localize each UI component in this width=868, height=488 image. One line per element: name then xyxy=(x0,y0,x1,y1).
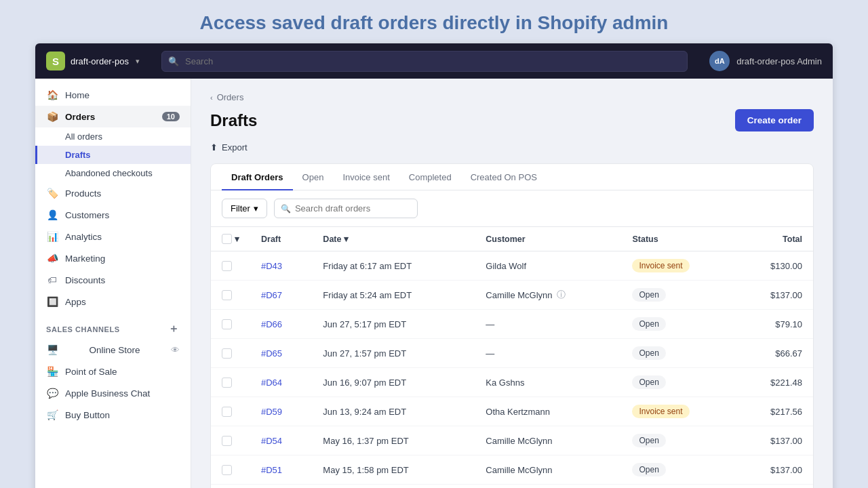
sidebar-label-all-orders: All orders xyxy=(65,131,102,142)
row-customer: Camille McGlynn xyxy=(475,455,621,485)
table-row: #D67 Friday at 5:24 am EDT Camille McGly… xyxy=(211,281,813,310)
sidebar-item-home[interactable]: 🏠 Home xyxy=(35,84,191,106)
row-checkbox-cell xyxy=(211,485,250,489)
row-draft: #D65 xyxy=(250,339,312,368)
row-draft: #D51 xyxy=(250,455,312,485)
create-order-button[interactable]: Create order xyxy=(735,109,814,131)
row-date: May 16, 1:37 pm EDT xyxy=(312,426,475,455)
eye-icon[interactable]: 👁 xyxy=(171,345,180,355)
col-draft: Draft xyxy=(250,227,312,251)
row-status: Open xyxy=(621,426,735,455)
row-date: May 15, 12:57 pm EDT xyxy=(312,485,475,489)
sidebar: 🏠 Home 📦 Orders 10 All orders Drafts Aba… xyxy=(35,79,191,488)
tab-open[interactable]: Open xyxy=(293,164,334,190)
row-checkbox[interactable] xyxy=(222,261,232,271)
nav-store-info[interactable]: S draft-order-pos ▾ xyxy=(46,52,140,70)
table-toolbar: Filter ▾ 🔍 xyxy=(211,190,813,227)
row-checkbox[interactable] xyxy=(222,407,232,417)
row-checkbox-cell xyxy=(211,310,250,339)
draft-link[interactable]: #D67 xyxy=(261,290,282,300)
tab-invoice-sent[interactable]: Invoice sent xyxy=(333,164,399,190)
sidebar-item-discounts[interactable]: 🏷 Discounts xyxy=(35,269,191,291)
sidebar-item-marketing[interactable]: 📣 Marketing xyxy=(35,247,191,269)
sidebar-item-buy-button[interactable]: 🛒 Buy Button xyxy=(35,404,191,426)
status-badge: Open xyxy=(632,317,665,331)
draft-link[interactable]: #D59 xyxy=(261,407,282,417)
row-checkbox[interactable] xyxy=(222,290,232,300)
sidebar-label-online-store: Online Store xyxy=(89,345,140,355)
breadcrumb-chevron-icon: ‹ xyxy=(210,94,213,102)
top-nav: S draft-order-pos ▾ 🔍 dA draft-order-pos… xyxy=(35,43,833,79)
drafts-table: ▾ Draft Date ▾ Customer Status Total xyxy=(211,227,813,488)
tab-draft-orders[interactable]: Draft Orders xyxy=(222,164,293,190)
sidebar-item-orders[interactable]: 📦 Orders 10 xyxy=(35,106,191,127)
row-total: $66.67 xyxy=(736,339,813,368)
sidebar-label-apps: Apps xyxy=(65,297,86,307)
row-date: Friday at 5:24 am EDT xyxy=(312,281,475,310)
row-draft: #D67 xyxy=(250,281,312,310)
select-all-checkbox[interactable] xyxy=(222,234,232,244)
tab-completed[interactable]: Completed xyxy=(399,164,461,190)
search-draft-input[interactable] xyxy=(274,199,418,218)
row-checkbox-cell xyxy=(211,397,250,426)
filter-label: Filter xyxy=(231,203,250,214)
sidebar-item-analytics[interactable]: 📊 Analytics xyxy=(35,226,191,247)
online-store-icon: 🖥️ xyxy=(46,344,58,355)
sidebar-item-customers[interactable]: 👤 Customers xyxy=(35,204,191,226)
draft-link[interactable]: #D64 xyxy=(261,378,282,388)
sidebar-item-products[interactable]: 🏷️ Products xyxy=(35,182,191,204)
draft-link[interactable]: #D43 xyxy=(261,261,282,271)
breadcrumb-orders-link[interactable]: Orders xyxy=(217,92,244,102)
sales-channels-label: SALES CHANNELS xyxy=(46,325,120,333)
row-date: Jun 27, 5:17 pm EDT xyxy=(312,310,475,339)
pos-icon: 🏪 xyxy=(46,366,58,377)
sidebar-item-abandoned[interactable]: Abandoned checkouts xyxy=(35,164,191,182)
table-row: #D43 Friday at 6:17 am EDT Gilda Wolf In… xyxy=(211,251,813,281)
row-checkbox[interactable] xyxy=(222,465,232,475)
sidebar-label-discounts: Discounts xyxy=(65,275,105,285)
marketing-icon: 📣 xyxy=(46,253,58,264)
col-select: ▾ xyxy=(211,227,250,251)
row-checkbox[interactable] xyxy=(222,378,232,388)
customer-info-icon[interactable]: ⓘ xyxy=(557,289,566,301)
sidebar-item-all-orders[interactable]: All orders xyxy=(35,127,191,146)
row-customer: Gilda Wolf xyxy=(475,251,621,281)
products-icon: 🏷️ xyxy=(46,188,58,199)
row-checkbox[interactable] xyxy=(222,348,232,359)
sidebar-item-online-store[interactable]: 🖥️ Online Store 👁 xyxy=(35,339,191,361)
export-row[interactable]: ⬆ Export xyxy=(210,142,814,152)
filter-chevron-icon: ▾ xyxy=(254,203,258,214)
draft-link[interactable]: #D51 xyxy=(261,465,282,475)
row-total: $205.80 xyxy=(736,485,813,489)
row-checkbox[interactable] xyxy=(222,319,232,329)
main-content: ‹ Orders Drafts Create order ⬆ Export Dr… xyxy=(191,79,833,488)
select-chevron-icon: ▾ xyxy=(235,234,239,244)
filter-button[interactable]: Filter ▾ xyxy=(222,199,267,218)
draft-link[interactable]: #D65 xyxy=(261,348,282,359)
draft-link[interactable]: #D54 xyxy=(261,436,282,446)
draft-link[interactable]: #D66 xyxy=(261,319,282,329)
store-name: draft-order-pos xyxy=(71,56,129,66)
tab-created-on-pos[interactable]: Created On POS xyxy=(461,164,547,190)
orders-badge: 10 xyxy=(162,112,180,121)
sidebar-label-home: Home xyxy=(65,90,90,100)
table-row: #D66 Jun 27, 5:17 pm EDT — Open $79.10 xyxy=(211,310,813,339)
avatar: dA xyxy=(709,51,730,71)
row-total: $137.00 xyxy=(736,281,813,310)
sidebar-item-apple-business-chat[interactable]: 💬 Apple Business Chat xyxy=(35,382,191,404)
row-total: $137.00 xyxy=(736,426,813,455)
analytics-icon: 📊 xyxy=(46,231,58,242)
row-status: Open xyxy=(621,310,735,339)
sidebar-item-point-of-sale[interactable]: 🏪 Point of Sale xyxy=(35,361,191,382)
table-row: #D50 May 15, 12:57 pm EDT Freeman Moore … xyxy=(211,485,813,489)
row-customer: Camille McGlynn xyxy=(475,426,621,455)
row-date: Jun 13, 9:24 am EDT xyxy=(312,397,475,426)
sidebar-item-drafts[interactable]: Drafts xyxy=(35,146,191,164)
row-checkbox[interactable] xyxy=(222,436,232,446)
sidebar-item-apps[interactable]: 🔲 Apps xyxy=(35,291,191,312)
nav-search-input[interactable] xyxy=(161,51,688,72)
row-status: Invoice sent xyxy=(621,397,735,426)
row-date: May 15, 1:58 pm EDT xyxy=(312,455,475,485)
tabs-bar: Draft Orders Open Invoice sent Completed… xyxy=(211,164,813,190)
add-sales-channel-icon[interactable]: ＋ xyxy=(168,322,180,336)
